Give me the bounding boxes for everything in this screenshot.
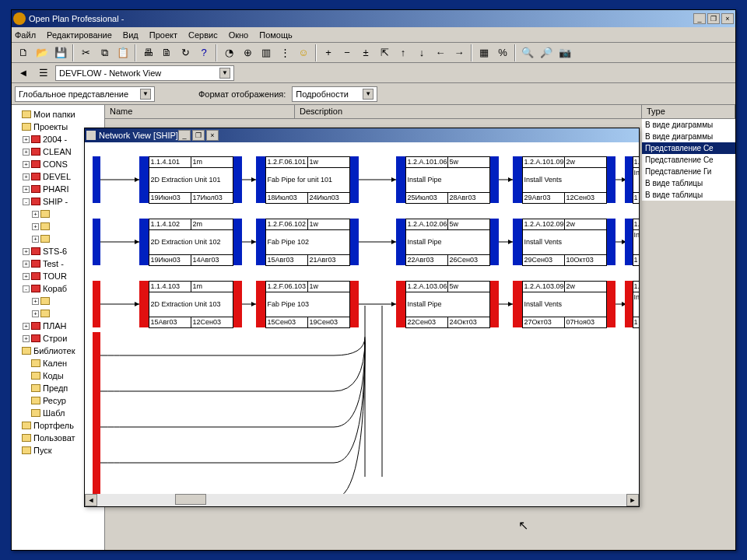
find-icon[interactable]: 🔎	[538, 44, 555, 61]
nv-minimize-button[interactable]: _	[178, 130, 191, 141]
nv-app-icon	[86, 131, 96, 140]
menu-Вид[interactable]: Вид	[123, 30, 139, 40]
toolbar-main: 🗋 📂 💾 ✂ ⧉ 📋 🖶 🗎 ↻ ? ◔ ⊕ ▥ ⋮ ☺ + − ± ⇱ ↑ …	[12, 43, 735, 63]
help-icon[interactable]: ?	[195, 44, 212, 61]
maximize-button[interactable]: ❐	[707, 13, 720, 24]
print-icon[interactable]: 🖶	[139, 44, 156, 61]
column-headers: Name Description Type	[105, 105, 735, 119]
cut-icon[interactable]: ✂	[77, 44, 94, 61]
left-icon[interactable]: ←	[432, 44, 449, 61]
menu-Проект[interactable]: Проект	[149, 30, 177, 40]
network-view-window: Network View [SHIP] _ ❐ × 1.In11.In11.In…	[84, 128, 640, 507]
list-item[interactable]: В виде диаграммы	[642, 119, 735, 131]
menubar: ФайлРедактированиеВидПроектСервисОкноПом…	[12, 27, 735, 43]
new-icon[interactable]: 🗋	[15, 44, 32, 61]
plus-icon[interactable]: +	[320, 44, 337, 61]
plusminus-icon[interactable]: ±	[357, 44, 374, 61]
menu-Редактирование[interactable]: Редактирование	[47, 30, 112, 40]
cursor-icon: ↖	[518, 518, 528, 533]
task-box[interactable]: 1.1.4.1011m2D Extraction Unit 10119Июн03…	[139, 156, 242, 203]
list-item[interactable]: В виде таблицы	[642, 177, 735, 189]
col-type[interactable]: Type	[642, 105, 735, 118]
close-button[interactable]: ×	[721, 13, 734, 24]
app-title: Open Plan Professional -	[29, 14, 124, 23]
menu-Окно[interactable]: Окно	[229, 30, 249, 40]
up-icon[interactable]: ↑	[395, 44, 412, 61]
task-box[interactable]: 1.2.A.102.065wInstall Pipe22Авг0326Сен03	[396, 219, 499, 265]
task-box[interactable]: 1.2.F.06.1021wFab Pipe 10215Авг0321Авг03	[256, 219, 359, 265]
minimize-button[interactable]: _	[693, 13, 706, 24]
network-view-titlebar: Network View [SHIP] _ ❐ ×	[85, 128, 639, 142]
scroll-track[interactable]	[97, 494, 626, 506]
task-box[interactable]: 1.2.A.101.092wInstall Vents29Авг0312Сен0…	[513, 156, 615, 203]
task-edge-right[interactable]: 1.In1	[625, 156, 639, 203]
calc-icon[interactable]: ▦	[475, 44, 493, 61]
task-edge-left[interactable]	[85, 156, 100, 203]
save-icon[interactable]: 💾	[52, 44, 69, 61]
col-description[interactable]: Description	[295, 105, 642, 118]
nv-close-button[interactable]: ×	[206, 130, 219, 141]
arrow-left-icon[interactable]: ◄	[15, 65, 32, 82]
menu-Файл[interactable]: Файл	[15, 30, 36, 40]
task-box[interactable]: 1.2.F.06.1031wFab Pipe 10315Сен0319Сен03	[256, 281, 359, 327]
zoom-icon[interactable]: 🔍	[519, 44, 536, 61]
open-icon[interactable]: 📂	[33, 44, 51, 61]
paste-icon[interactable]: 📋	[114, 44, 132, 61]
list-item[interactable]: Представление Ги	[642, 166, 735, 177]
nv-hscrollbar[interactable]: ◄ ►	[85, 494, 639, 506]
task-box[interactable]: 1.2.F.06.1011wFab Pipe for unit 10118Июл…	[256, 156, 359, 203]
camera-icon[interactable]: 📷	[556, 44, 573, 61]
nv-title-text: Network View [SHIP]	[99, 131, 178, 140]
type-list[interactable]: В виде диаграммыВ виде диаграммыПредстав…	[642, 119, 735, 201]
minus-icon[interactable]: −	[338, 44, 356, 61]
list-item[interactable]: Представление Се	[642, 154, 735, 166]
globe-icon[interactable]: ⊕	[239, 44, 256, 61]
app-icon	[13, 12, 26, 25]
right-icon[interactable]: →	[451, 44, 468, 61]
chart-icon[interactable]: ▥	[258, 44, 275, 61]
tree-item[interactable]: Мои папки	[13, 108, 103, 121]
task-box[interactable]: 1.2.A.101.065wInstall Pipe25Июл0328Авг03	[396, 156, 499, 203]
window-controls: _ ❐ ×	[693, 13, 734, 24]
scroll-left-button[interactable]: ◄	[85, 494, 97, 506]
task-box[interactable]: 1.2.A.103.065wInstall Pipe22Сен0324Окт03	[396, 281, 499, 327]
preview-icon[interactable]: 🗎	[158, 44, 175, 61]
global-combo[interactable]: Глобальное представление▼	[15, 86, 155, 102]
col-name[interactable]: Name	[105, 105, 295, 118]
clock-icon[interactable]: ◔	[220, 44, 237, 61]
task-edge-right[interactable]: 1.In1	[625, 281, 639, 327]
task-edge-right[interactable]: 1.In1	[625, 219, 639, 265]
task-edge-left[interactable]	[85, 219, 100, 265]
list-item[interactable]: В виде таблицы	[642, 189, 735, 201]
task-box[interactable]: 1.1.4.1022m2D Extraction Unit 10219Июн03…	[139, 219, 242, 265]
nv-maximize-button[interactable]: ❐	[192, 130, 205, 141]
scroll-thumb[interactable]	[175, 494, 206, 505]
menu-Сервис[interactable]: Сервис	[188, 30, 218, 40]
menu-Помощь[interactable]: Помощь	[259, 30, 293, 40]
task-box[interactable]: 1.2.A.102.092wInstall Vents29Сен0310Окт0…	[513, 219, 615, 265]
task-edge-left[interactable]	[85, 475, 100, 494]
view-tree-icon[interactable]: ☰	[35, 65, 52, 82]
view-combo[interactable]: DEVFLOW - Network View▼	[55, 65, 234, 81]
list-item[interactable]: Представление Се	[642, 142, 735, 154]
format-combo[interactable]: Подробности▼	[292, 86, 377, 102]
scroll-right-button[interactable]: ►	[626, 494, 639, 506]
network-canvas[interactable]: 1.In11.In11.In11.1.4.1011m2D Extraction …	[85, 142, 639, 494]
dots-icon[interactable]: ⋮	[276, 44, 293, 61]
task-edge-left[interactable]	[85, 281, 100, 327]
titlebar: Open Plan Professional - _ ❐ ×	[12, 10, 735, 27]
format-label: Формат отображения:	[198, 89, 286, 99]
refresh-icon[interactable]: ↻	[177, 44, 194, 61]
percent-icon[interactable]: %	[494, 44, 511, 61]
copy-icon[interactable]: ⧉	[96, 44, 113, 61]
task-box[interactable]: 1.2.A.103.092wInstall Vents27Окт0307Ноя0…	[513, 281, 615, 327]
list-item[interactable]: В виде диаграммы	[642, 131, 735, 142]
collapse-icon[interactable]: ⇱	[376, 44, 393, 61]
down-icon[interactable]: ↓	[413, 44, 430, 61]
navbar: Глобальное представление▼ Формат отображ…	[12, 83, 735, 105]
toolbar-view: ◄ ☰ DEVFLOW - Network View▼	[12, 63, 735, 83]
task-box[interactable]: 1.1.4.1031m2D Extraction Unit 10315Авг03…	[139, 281, 242, 327]
smile-icon[interactable]: ☺	[295, 44, 312, 61]
